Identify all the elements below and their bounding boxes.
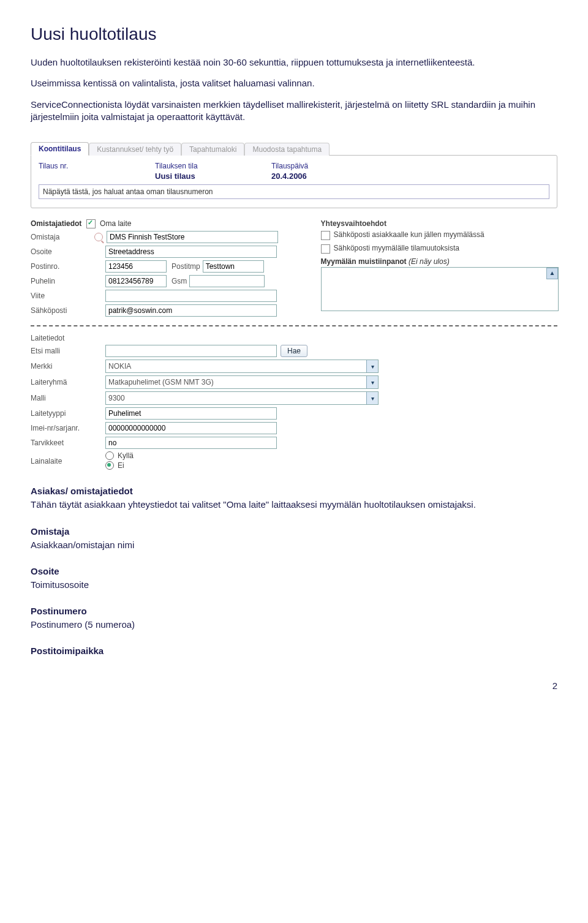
- search-button[interactable]: Hae: [281, 345, 307, 357]
- order-status-label: Tilauksen tila: [155, 162, 241, 170]
- city-input[interactable]: [203, 260, 264, 273]
- customer-owner-text: Tähän täytät asiakkaan yhteystiedot tai …: [31, 499, 557, 511]
- model-value: 9300: [108, 394, 125, 402]
- email-store-label: Sähköposti myymälälle tilamuutoksista: [334, 244, 459, 252]
- email-label: Sähköposti: [31, 306, 92, 315]
- city-heading: Postitoimipaikka: [31, 646, 557, 656]
- brand-select[interactable]: NOKIA ▾: [105, 360, 379, 373]
- model-select[interactable]: 9300 ▾: [105, 391, 379, 405]
- loan-no-label: Ei: [118, 461, 124, 470]
- address-input[interactable]: [105, 246, 277, 258]
- brand-label: Merkki: [31, 362, 92, 371]
- imei-label: Imei-nr/sarjanr.: [31, 424, 92, 432]
- group-label: Laiteryhmä: [31, 378, 92, 386]
- owner-text: Asiakkaan/omistajan nimi: [31, 539, 557, 551]
- brand-value: NOKIA: [108, 362, 131, 371]
- store-notes-textarea[interactable]: ▲: [321, 267, 559, 311]
- tab-costs[interactable]: Kustannukset/ tehty työ: [89, 143, 181, 156]
- tab-panel: Tilaus nr. Tilauksen tila Uusi tilaus Ti…: [31, 155, 557, 208]
- model-label: Malli: [31, 394, 92, 402]
- order-nr-label: Tilaus nr.: [39, 162, 124, 170]
- loan-yes-radio[interactable]: [105, 451, 114, 460]
- tab-bar: Koontitilaus Kustannukset/ tehty työ Tap…: [31, 141, 557, 155]
- address-text: Toimitusosoite: [31, 579, 557, 591]
- zip-label: Postinro.: [31, 262, 92, 271]
- gsm-input[interactable]: [189, 275, 265, 287]
- address-label: Osoite: [31, 247, 92, 256]
- owner-input[interactable]: [107, 231, 278, 243]
- zip-heading: Postinumero: [31, 606, 557, 616]
- page-title: Uusi huoltotilaus: [31, 24, 557, 44]
- search-icon[interactable]: [94, 233, 103, 241]
- group-value: Matkapuhelimet (GSM NMT 3G): [108, 378, 214, 386]
- divider: [31, 325, 557, 326]
- chevron-down-icon: ▾: [366, 392, 378, 404]
- order-status-value: Uusi tilaus: [155, 171, 241, 181]
- city-label: Postitmp: [172, 262, 200, 271]
- loan-label: Lainalaite: [31, 457, 92, 465]
- gsm-label: Gsm: [172, 277, 187, 285]
- type-input[interactable]: [105, 407, 277, 420]
- zip-input[interactable]: [105, 260, 167, 273]
- customer-owner-heading: Asiakas/ omistajatiedot: [31, 486, 557, 496]
- tab-log[interactable]: Tapahtumaloki: [181, 143, 244, 156]
- order-header: Tilaus nr. Tilauksen tila Uusi tilaus Ti…: [39, 162, 549, 181]
- chevron-down-icon: ▾: [366, 360, 378, 372]
- order-date-label: Tilauspäivä: [271, 162, 357, 170]
- own-device-label: Oma laite: [100, 219, 131, 228]
- owner-label: Omistaja: [31, 233, 92, 241]
- intro-p1: Uuden huoltotilauksen rekisteröinti kest…: [31, 56, 557, 69]
- email-store-checkbox[interactable]: [321, 244, 330, 254]
- acc-input[interactable]: [105, 437, 277, 449]
- phone-label: Puhelin: [31, 277, 92, 285]
- loan-no-radio[interactable]: [105, 461, 114, 470]
- ref-input[interactable]: [105, 290, 277, 302]
- acc-label: Tarvikkeet: [31, 439, 92, 447]
- email-input[interactable]: [105, 304, 277, 317]
- email-customer-label: Sähköposti asiakkaalle kun jällen myymäl…: [334, 230, 484, 239]
- intro-p3: ServiceConnectionista löydät varsinaiste…: [31, 99, 557, 124]
- order-number-hint[interactable]: Näpäytä tästä, jos haluat antaa oman til…: [39, 184, 549, 199]
- type-label: Laitetyyppi: [31, 409, 92, 418]
- ref-label: Viite: [31, 292, 92, 300]
- phone-input[interactable]: [105, 275, 167, 287]
- email-customer-checkbox[interactable]: [321, 231, 330, 240]
- own-device-checkbox[interactable]: [86, 219, 96, 228]
- contact-section-label: Yhteysvaihtoehdot: [321, 219, 557, 228]
- loan-yes-label: Kyllä: [118, 451, 134, 460]
- imei-input[interactable]: [105, 422, 277, 434]
- intro-p2: Useimmissa kentissä on valintalista, jos…: [31, 77, 557, 89]
- tab-summary[interactable]: Koontitilaus: [31, 142, 89, 156]
- tab-create-event[interactable]: Muodosta tapahtuma: [244, 143, 330, 156]
- order-date-value: 20.4.2006: [271, 171, 357, 181]
- device-section: Laitetiedot Etsi malli Hae Merkki NOKIA …: [31, 334, 557, 471]
- device-section-label: Laitetiedot: [31, 334, 557, 342]
- owner-section-label: Omistajatiedot: [31, 219, 81, 228]
- owner-heading: Omistaja: [31, 526, 557, 537]
- store-notes-hint: (Ei näy ulos): [409, 257, 450, 266]
- owner-contact-row: Omistajatiedot Oma laite Omistaja Osoite…: [31, 219, 557, 319]
- zip-text: Postinumero (5 numeroa): [31, 619, 557, 631]
- find-model-input[interactable]: [105, 345, 277, 357]
- group-select[interactable]: Matkapuhelimet (GSM NMT 3G) ▾: [105, 375, 379, 389]
- store-notes-label: Myymälän muistiinpanot: [321, 257, 407, 266]
- find-model-label: Etsi malli: [31, 347, 92, 355]
- address-heading: Osoite: [31, 566, 557, 576]
- scroll-up-icon[interactable]: ▲: [546, 268, 558, 279]
- chevron-down-icon: ▾: [366, 376, 378, 388]
- page-number: 2: [31, 680, 557, 691]
